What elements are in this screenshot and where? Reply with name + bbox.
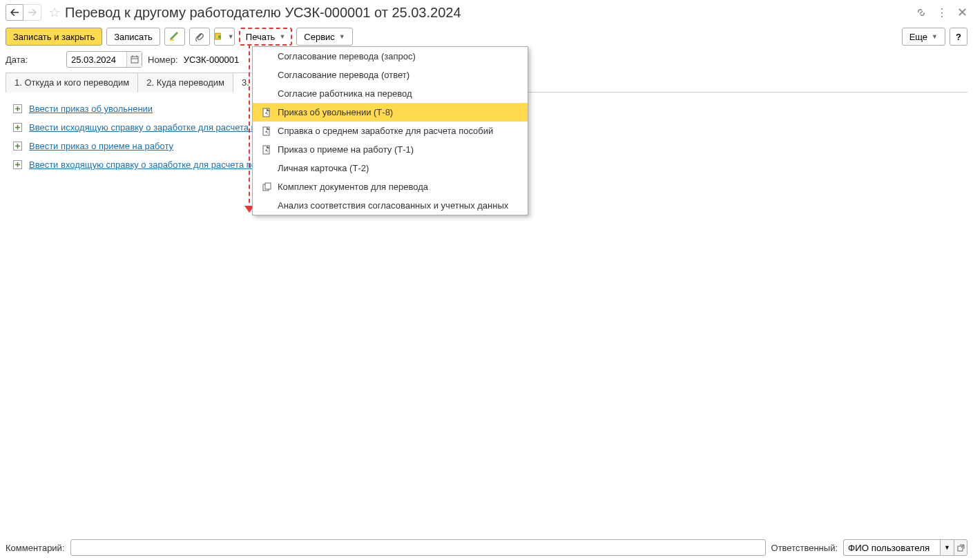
help-button[interactable]: ?: [950, 28, 967, 46]
dropdown-icon[interactable]: ▼: [940, 539, 954, 556]
save-close-button[interactable]: Записать и закрыть: [6, 28, 102, 46]
open-icon[interactable]: [954, 539, 967, 556]
dd-label: Согласие работника на перевод: [278, 88, 412, 99]
dd-item-analysis[interactable]: Анализ соответствия согласованных и учет…: [253, 196, 528, 215]
calendar-icon[interactable]: [126, 52, 142, 67]
responsible-input[interactable]: [843, 539, 940, 556]
print-dropdown: Согласование перевода (запрос) Согласова…: [252, 46, 528, 215]
svg-rect-0: [170, 39, 174, 41]
service-button[interactable]: Сервис▼: [296, 28, 352, 46]
svg-rect-2: [218, 35, 221, 38]
dd-label: Приказ о приеме на работу (Т-1): [278, 144, 414, 155]
dd-item-hire-t1[interactable]: Приказ о приеме на работу (Т-1): [253, 140, 528, 159]
annotation-arrow: [249, 44, 250, 210]
link-icon[interactable]: [916, 7, 927, 18]
number-label: Номер:: [148, 55, 178, 65]
save-button[interactable]: Записать: [106, 28, 160, 46]
dd-label: Согласование перевода (ответ): [278, 70, 410, 80]
dd-item-approval-response[interactable]: Согласование перевода (ответ): [253, 66, 528, 84]
dd-label: Приказ об увольнении (Т-8): [278, 107, 393, 117]
svg-rect-3: [131, 57, 138, 63]
plus-icon: [12, 123, 22, 133]
svg-rect-23: [265, 183, 271, 189]
tab-from[interactable]: 1. Откуда и кого переводим: [6, 73, 138, 93]
dd-item-avg-salary-cert[interactable]: Справка о среднем заработке для расчета …: [253, 122, 528, 140]
nav-forward-button[interactable]: [23, 4, 41, 21]
attachment-button[interactable]: [189, 28, 210, 46]
link-incoming-cert[interactable]: Ввести входящую справку о заработке для …: [29, 160, 266, 170]
link-dismissal-order[interactable]: Ввести приказ об увольнении: [29, 104, 153, 114]
print-button[interactable]: Печать▼: [239, 28, 293, 46]
print-label: Печать: [246, 32, 276, 42]
document-icon: [261, 145, 272, 155]
more-label: Еще: [909, 32, 927, 42]
copy-icon: [261, 182, 272, 191]
dd-label: Согласование перевода (запрос): [278, 51, 416, 61]
service-label: Сервис: [304, 32, 335, 42]
document-icon: [261, 126, 272, 136]
plus-icon: [12, 142, 22, 151]
page-title: Перевод к другому работодателю УСЗК-0000…: [65, 5, 916, 21]
highlight-button[interactable]: [164, 28, 185, 46]
tab-to[interactable]: 2. Куда переводим: [137, 73, 233, 93]
dd-label: Анализ соответствия согласованных и учет…: [278, 200, 508, 211]
close-icon[interactable]: ✕: [957, 5, 967, 20]
comment-input[interactable]: [70, 539, 766, 556]
kebab-menu-icon[interactable]: ⋮: [936, 6, 947, 19]
dd-label: Справка о среднем заработке для расчета …: [278, 126, 493, 136]
create-related-button[interactable]: ▼: [214, 28, 235, 46]
plus-icon: [12, 104, 22, 114]
comment-label: Комментарий:: [6, 543, 65, 553]
dd-item-dismissal-t8[interactable]: Приказ об увольнении (Т-8): [253, 103, 528, 122]
more-button[interactable]: Еще▼: [902, 28, 945, 46]
document-icon: [261, 108, 272, 117]
dd-label: Комплект документов для перевода: [278, 182, 428, 192]
nav-back-button[interactable]: [6, 4, 23, 21]
favorite-star-icon[interactable]: ☆: [48, 4, 61, 21]
dd-item-doc-set[interactable]: Комплект документов для перевода: [253, 177, 528, 196]
link-hire-order[interactable]: Ввести приказ о приеме на работу: [29, 141, 173, 151]
link-outgoing-cert[interactable]: Ввести исходящую справку о заработке для…: [29, 122, 265, 133]
date-label: Дата:: [6, 55, 61, 65]
dd-label: Личная карточка (Т-2): [278, 163, 369, 173]
dd-item-approval-request[interactable]: Согласование перевода (запрос): [253, 47, 528, 66]
dd-item-personal-card-t2[interactable]: Личная карточка (Т-2): [253, 159, 528, 177]
dd-item-employee-consent[interactable]: Согласие работника на перевод: [253, 84, 528, 103]
responsible-label: Ответственный:: [771, 543, 838, 553]
plus-icon: [12, 160, 22, 170]
